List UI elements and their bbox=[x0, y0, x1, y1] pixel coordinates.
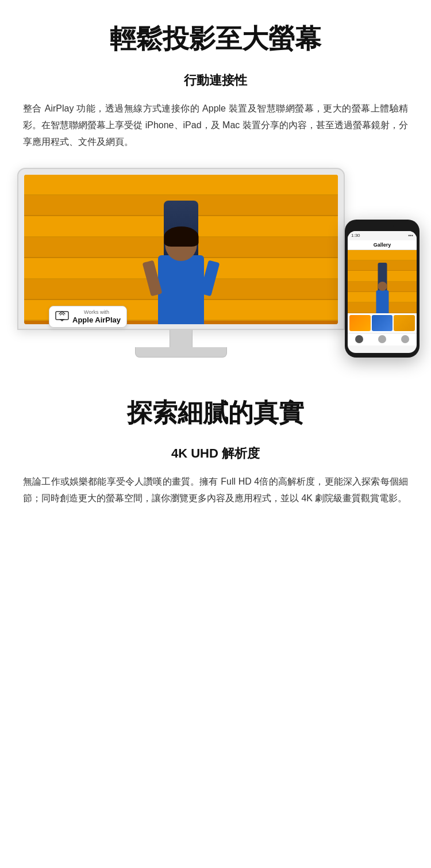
scene-background bbox=[24, 175, 338, 324]
person-body bbox=[158, 255, 204, 324]
airplay-icon bbox=[55, 311, 69, 322]
monitor-stand-base bbox=[135, 347, 227, 358]
airplay-badge-text: Works with Apple AirPlay bbox=[72, 309, 121, 324]
main-title-2: 探索細膩的真實 bbox=[17, 398, 414, 428]
phone-bottom-bar bbox=[348, 333, 417, 345]
sub-title-2: 4K UHD 解析度 bbox=[17, 445, 414, 462]
phone-thumb-1 bbox=[349, 315, 371, 331]
phone-person-mini bbox=[372, 262, 392, 313]
monitor-stand-neck bbox=[170, 330, 193, 347]
monitor-screen bbox=[24, 175, 338, 324]
phone-status-bar: 1:30 ▪▪▪ bbox=[348, 231, 417, 240]
phone-notch bbox=[371, 224, 394, 230]
phone: 1:30 ▪▪▪ Gallery bbox=[345, 220, 420, 358]
phone-icon-2 bbox=[378, 335, 386, 343]
person-head bbox=[166, 229, 197, 261]
svg-rect-0 bbox=[56, 312, 68, 320]
svg-marker-1 bbox=[59, 319, 65, 321]
monitor: Works with Apple AirPlay bbox=[17, 168, 345, 358]
phone-thumbnails bbox=[348, 313, 417, 333]
phone-head-mini bbox=[378, 282, 387, 291]
sub-title-1: 行動連接性 bbox=[17, 72, 414, 89]
phone-time: 1:30 bbox=[351, 233, 360, 238]
phone-frame: 1:30 ▪▪▪ Gallery bbox=[345, 220, 420, 358]
section-2: 探索細膩的真實 4K UHD 解析度 無論工作或娛樂都能享受令人讚嘆的畫質。擁有… bbox=[0, 369, 431, 524]
monitor-scene: Works with Apple AirPlay 1:30 ▪▪▪ Galler… bbox=[17, 168, 420, 358]
person-arm-left bbox=[143, 260, 163, 296]
phone-screen: 1:30 ▪▪▪ Gallery bbox=[348, 231, 417, 353]
phone-main-image bbox=[348, 250, 417, 313]
apple-airplay-label: Apple AirPlay bbox=[72, 316, 121, 324]
airplay-badge: Works with Apple AirPlay bbox=[49, 306, 127, 328]
phone-signal: ▪▪▪ bbox=[408, 233, 413, 238]
phone-thumb-2 bbox=[372, 315, 393, 331]
phone-body-mini bbox=[376, 290, 388, 313]
person-arm-right bbox=[200, 260, 220, 296]
main-title-1: 輕鬆投影至大螢幕 bbox=[17, 23, 414, 55]
phone-icon-1 bbox=[355, 335, 363, 343]
section-1: 輕鬆投影至大螢幕 行動連接性 整合 AirPlay 功能，透過無線方式連接你的 … bbox=[0, 0, 431, 369]
person-figure bbox=[144, 198, 218, 324]
description-2: 無論工作或娛樂都能享受令人讚嘆的畫質。擁有 Full HD 4倍的高解析度，更能… bbox=[23, 474, 408, 507]
works-with-label: Works with bbox=[72, 309, 121, 316]
phone-icon-3 bbox=[401, 335, 409, 343]
phone-gallery-header: Gallery bbox=[348, 240, 417, 250]
phone-thumb-3 bbox=[394, 315, 415, 331]
person-hair bbox=[164, 226, 198, 247]
description-1: 整合 AirPlay 功能，透過無線方式連接你的 Apple 裝置及智慧聯網螢幕… bbox=[23, 101, 408, 150]
